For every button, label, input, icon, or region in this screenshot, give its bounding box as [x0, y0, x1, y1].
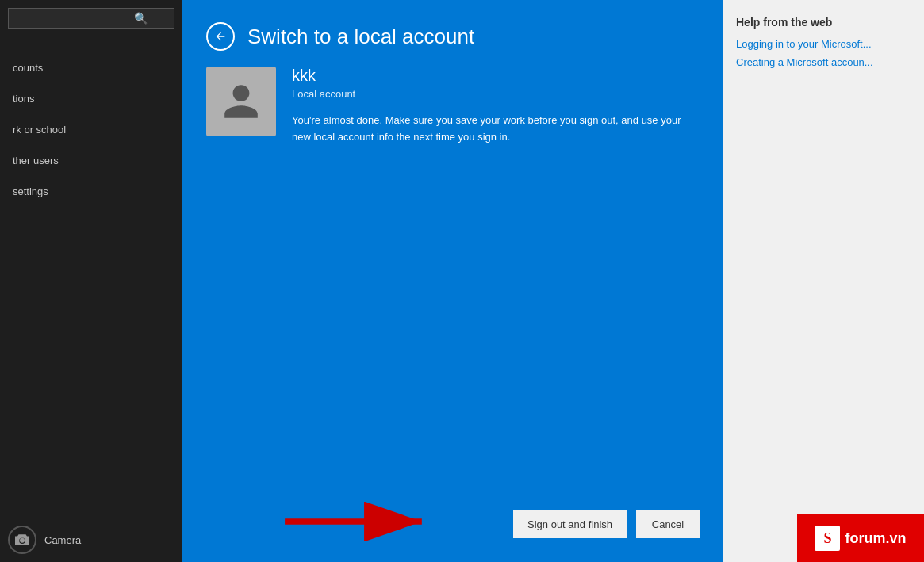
spacer [182, 162, 723, 495]
dialog-footer: Sign out and finish Cancel [182, 495, 723, 562]
description-text: You're almost done. Make sure you save y… [292, 113, 700, 146]
sign-out-finish-button[interactable]: Sign out and finish [513, 510, 627, 538]
bottom-items: Camera [8, 526, 81, 554]
help-link-login[interactable]: Logging in to your Microsoft... [736, 38, 913, 50]
forum-logo-icon: S [815, 526, 840, 551]
forum-text: forum.vn [845, 530, 906, 547]
search-button[interactable]: 🔍 [134, 12, 148, 25]
help-title: Help from the web [736, 16, 913, 29]
sidebar-item-accounts[interactable]: counts [0, 52, 182, 83]
search-bar[interactable]: 🔍 [8, 8, 174, 29]
sidebar-item-options[interactable]: tions [0, 83, 182, 114]
dialog-title: Switch to a local account [247, 25, 474, 49]
user-name: kkk [292, 67, 700, 85]
dialog-header: Switch to a local account [182, 0, 723, 67]
help-panel: Help from the web Logging in to your Mic… [723, 0, 924, 562]
user-info: kkk Local account You're almost done. Ma… [292, 67, 700, 146]
back-button[interactable] [206, 22, 235, 51]
sidebar-item-settings[interactable]: settings [0, 176, 182, 207]
camera-icon [8, 526, 36, 554]
arrow-annotation [278, 502, 436, 541]
cancel-button[interactable]: Cancel [636, 510, 700, 538]
camera-label: Camera [44, 534, 81, 546]
red-arrow-icon [278, 502, 436, 541]
avatar [206, 67, 276, 136]
sidebar-item-work-school[interactable]: rk or school [0, 114, 182, 145]
search-input[interactable] [15, 13, 134, 25]
sidebar-item-other-users[interactable]: ther users [0, 145, 182, 176]
dialog-body: kkk Local account You're almost done. Ma… [182, 67, 723, 162]
switch-account-dialog: Switch to a local account kkk Local acco… [182, 0, 723, 562]
sidebar-nav: counts tions rk or school ther users set… [0, 44, 182, 207]
account-type: Local account [292, 88, 700, 100]
help-link-create[interactable]: Creating a Microsoft accoun... [736, 56, 913, 68]
settings-sidebar: 🔍 counts tions rk or school ther users s… [0, 0, 182, 562]
forum-badge: S forum.vn [797, 514, 924, 562]
